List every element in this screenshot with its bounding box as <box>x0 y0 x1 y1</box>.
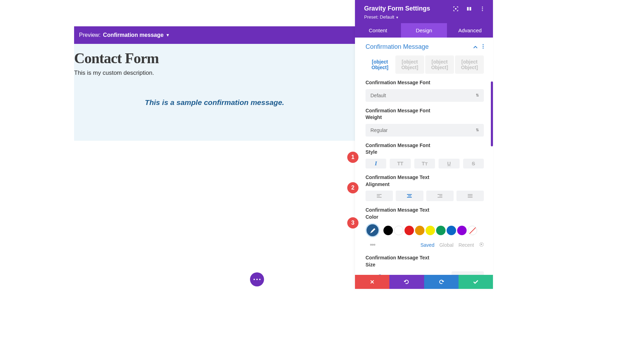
preview-bar: Preview: Confirmation message ▼ <box>74 26 355 44</box>
weight-select[interactable]: Regular ⇅ <box>366 124 484 137</box>
section-title: Confirmation Message <box>366 43 429 51</box>
svg-point-0 <box>455 8 456 9</box>
color-tab-saved[interactable]: Saved <box>420 242 434 248</box>
select-arrow-icon: ⇅ <box>476 128 479 132</box>
svg-rect-1 <box>467 7 469 11</box>
align-center-button[interactable] <box>396 191 423 201</box>
annotation-marker-1: 1 <box>347 152 358 163</box>
preset-dropdown[interactable]: Preset: Default ▼ <box>364 14 485 20</box>
preview-label: Preview: <box>79 32 100 38</box>
style-label: Confirmation Message Font Style <box>366 142 436 156</box>
color-label: Confirmation Message Text Color <box>366 207 436 220</box>
svg-point-8 <box>483 47 484 48</box>
subtab-3[interactable]: [object Object] <box>455 55 484 74</box>
align-right-button[interactable] <box>426 191 454 201</box>
subtab-2[interactable]: [object Object] <box>425 55 454 74</box>
scrollbar-thumb[interactable] <box>491 81 493 146</box>
swatch-red[interactable] <box>404 226 414 235</box>
swatch-orange[interactable] <box>415 226 424 235</box>
focus-icon[interactable] <box>453 6 459 12</box>
size-input[interactable]: 20px <box>452 271 484 275</box>
panel-header: Gravity Form Settings Preset: Default ▼ <box>355 0 493 23</box>
more-colors-icon[interactable]: ••• <box>366 241 375 249</box>
redo-button[interactable] <box>424 275 459 289</box>
svg-point-6 <box>483 44 484 45</box>
confirmation-message-text: This is a sample confirmation message. <box>74 98 355 107</box>
svg-point-3 <box>482 6 483 7</box>
chevron-up-icon[interactable] <box>473 44 478 50</box>
swatch-black[interactable] <box>383 226 393 235</box>
chevron-down-icon: ▼ <box>396 16 399 19</box>
tab-design[interactable]: Design <box>401 23 447 38</box>
svg-point-5 <box>482 10 483 11</box>
cancel-button[interactable] <box>355 275 389 289</box>
fab-more-button[interactable] <box>250 272 264 286</box>
form-preview: Contact Form This is my custom descripti… <box>74 50 355 77</box>
italic-button[interactable]: I <box>366 159 386 168</box>
svg-point-4 <box>482 8 483 9</box>
size-row: 20px <box>366 271 484 275</box>
swatch-white[interactable] <box>394 226 403 235</box>
kebab-menu-icon[interactable] <box>482 44 484 50</box>
align-justify-button[interactable] <box>456 191 484 201</box>
annotation-marker-2: 2 <box>347 182 358 193</box>
color-toolbar: ••• Saved Global Recent <box>366 241 484 249</box>
capitalize-button[interactable]: Tᴛ <box>414 159 435 168</box>
panel-title: Gravity Form Settings <box>364 5 430 12</box>
swatch-none[interactable] <box>468 226 477 235</box>
font-style-group: I TT Tᴛ U S <box>366 159 484 168</box>
tab-content[interactable]: Content <box>355 23 401 38</box>
uppercase-button[interactable]: TT <box>390 159 410 168</box>
swatch-purple[interactable] <box>457 226 467 235</box>
subtab-0[interactable]: [object Object] <box>366 55 394 74</box>
undo-button[interactable] <box>389 275 424 289</box>
kebab-menu-icon[interactable] <box>480 6 485 12</box>
alignment-label: Confirmation Message Text Alignment <box>366 174 436 188</box>
subtab-1[interactable]: [object Object] <box>395 55 424 74</box>
panel-body: Confirmation Message [object Object] [ob… <box>355 38 493 275</box>
columns-icon[interactable] <box>466 6 472 12</box>
tab-advanced[interactable]: Advanced <box>447 23 493 38</box>
strikethrough-button[interactable]: S <box>463 159 484 168</box>
svg-rect-2 <box>469 7 471 11</box>
font-select[interactable]: Default ⇅ <box>366 89 484 102</box>
form-title: Contact Form <box>74 50 355 67</box>
form-description: This is my custom description. <box>74 70 355 77</box>
panel-tabs: Content Design Advanced <box>355 23 493 38</box>
section-header[interactable]: Confirmation Message <box>366 43 484 51</box>
section-subtabs: [object Object] [object Object] [object … <box>366 55 484 74</box>
font-label: Confirmation Message Font <box>366 79 436 86</box>
color-tab-recent[interactable]: Recent <box>459 242 474 248</box>
panel-footer <box>355 275 493 289</box>
size-label: Confirmation Message Text Size <box>366 254 436 268</box>
alignment-group <box>366 191 484 201</box>
weight-label: Confirmation Message Font Weight <box>366 107 436 121</box>
svg-point-7 <box>483 46 484 47</box>
settings-panel: Gravity Form Settings Preset: Default ▼ … <box>355 0 493 289</box>
swatch-blue[interactable] <box>447 226 456 235</box>
select-arrow-icon: ⇅ <box>476 93 479 98</box>
color-swatch-row <box>366 223 484 237</box>
swatch-green[interactable] <box>436 226 446 235</box>
align-left-button[interactable] <box>366 191 393 201</box>
chevron-down-icon[interactable]: ▼ <box>166 33 170 38</box>
gear-icon[interactable] <box>479 242 484 248</box>
save-button[interactable] <box>459 275 493 289</box>
swatch-yellow[interactable] <box>426 226 435 235</box>
color-picker-button[interactable] <box>366 223 380 237</box>
underline-button[interactable]: U <box>439 159 459 168</box>
annotation-marker-3: 3 <box>347 217 358 229</box>
preview-value[interactable]: Confirmation message <box>103 32 163 38</box>
color-tab-global[interactable]: Global <box>439 242 453 248</box>
slider-thumb[interactable] <box>377 274 382 275</box>
